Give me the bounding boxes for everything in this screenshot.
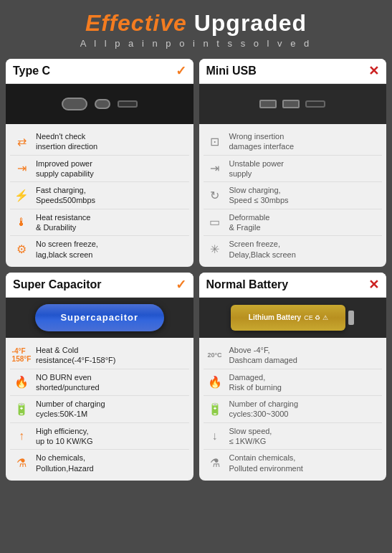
feature-text: Heat & Coldresistance(-4°F-158°F) — [36, 345, 116, 366]
feature-item: ⚙ No screen freeze,lag,black screen — [10, 236, 189, 263]
feature-text: Number of chargingcycles:50K-1M — [36, 399, 105, 420]
feature-item: ✳ Screen freeze,Delay,Black screen — [204, 236, 383, 263]
battery-symbols: CE ♻ ⚠ — [304, 314, 328, 321]
charge-cycles-icon: 🔋 — [11, 399, 32, 419]
power-icon: ⇥ — [11, 159, 32, 179]
no-burn-icon: 🔥 — [11, 372, 32, 392]
battery-label: Lithium Battery — [249, 313, 301, 321]
capacitor-body: Supercapacitor — [35, 304, 164, 331]
feature-item: 🌡 Heat resistance& Durability — [10, 209, 189, 237]
cold-heat-icon: -4°F158°F — [11, 345, 32, 365]
mini-usb-port-icon — [259, 100, 277, 108]
feature-text: Deformable& Fragile — [229, 212, 270, 233]
capacitor-image: Supercapacitor — [6, 298, 193, 338]
feature-text: Unstable powersupply — [229, 159, 284, 179]
type-c-card: Type C ✓ ⇄ Needn't checkinsertion direct… — [6, 59, 193, 267]
temp-damage-icon: 20°C — [205, 345, 225, 365]
type-c-title: Type C — [13, 65, 50, 77]
mini-usb-port2-icon — [282, 100, 300, 108]
burn-risk-icon: 🔥 — [205, 372, 225, 392]
usb-slot2-icon — [305, 100, 325, 108]
feature-item: ↑ High efficiency,up to 10 KW/KG — [10, 423, 189, 450]
normal-battery-title: Normal Battery — [206, 278, 289, 291]
usb-c-port-small-icon — [95, 99, 110, 109]
feature-text: Slow speed,≤ 1KW/KG — [229, 426, 272, 447]
feature-text: Above -4°F,Dashcam damaged — [229, 345, 297, 366]
fast-charge-icon: ⚡ — [11, 185, 32, 205]
usb-c-port-icon — [62, 98, 87, 110]
header: Effective Upgraded A l l p a i n p o i n… — [0, 0, 392, 53]
feature-text: High efficiency,up to 10 KW/KG — [36, 426, 92, 447]
wrong-insert-icon: ⊡ — [205, 131, 225, 151]
mini-usb-features: ⊡ Wrong insertiondamages interface ⇥ Uns… — [199, 124, 387, 267]
feature-text: Damaged,Risk of burning — [229, 372, 282, 393]
type-c-features: ⇄ Needn't checkinsertion direction ⇥ Imp… — [6, 124, 193, 267]
page-subtitle: A l l p a i n p o i n t s s o l v e d — [7, 38, 385, 49]
direction-icon: ⇄ — [11, 131, 32, 151]
normal-battery-features: 20°C Above -4°F,Dashcam damaged 🔥 Damage… — [199, 338, 387, 481]
main-grid: Type C ✓ ⇄ Needn't checkinsertion direct… — [0, 53, 392, 486]
normal-battery-header: Normal Battery ✕ — [199, 273, 387, 298]
slow-charge-icon: ↻ — [205, 185, 225, 205]
normal-battery-badge: ✕ — [368, 277, 379, 293]
mini-usb-title: Mini USB — [206, 65, 257, 77]
feature-text: Fast charging,Speed≤500mbps — [36, 185, 95, 206]
feature-text: Screen freeze,Delay,Black screen — [229, 239, 296, 260]
heat-icon: 🌡 — [11, 212, 32, 232]
super-cap-header: Super Capacitor ✓ — [6, 273, 193, 298]
title-effective: Effective — [85, 10, 187, 36]
mini-usb-card: Mini USB ✕ ⊡ Wrong insertiondamages inte… — [199, 59, 387, 267]
feature-item: ⇥ Unstable powersupply — [204, 156, 383, 183]
feature-item: ⇥ Improved powersupply capability — [10, 156, 189, 183]
feature-item: ⇄ Needn't checkinsertion direction — [10, 128, 189, 156]
feature-item: 🔋 Number of chargingcycles:300~3000 — [204, 396, 383, 423]
feature-text: No screen freeze,lag,black screen — [36, 239, 98, 260]
page-title: Effective Upgraded — [7, 10, 385, 37]
super-cap-badge: ✓ — [176, 277, 186, 293]
super-cap-features: -4°F158°F Heat & Coldresistance(-4°F-158… — [6, 338, 193, 481]
usb-slot-icon — [118, 100, 138, 108]
chemicals-icon: ⚗ — [205, 453, 225, 473]
capacitor-label: Supercapacitor — [60, 312, 138, 323]
feature-item: 🔥 Damaged,Risk of burning — [204, 369, 383, 397]
feature-item: ▭ Deformable& Fragile — [204, 209, 383, 237]
battery-tip — [348, 311, 354, 325]
feature-item: 20°C Above -4°F,Dashcam damaged — [204, 342, 383, 369]
efficiency-icon: ↑ — [11, 426, 32, 446]
mini-usb-header: Mini USB ✕ — [199, 59, 387, 84]
feature-item: ⚗ Contain chemicals,Polluted environment — [204, 450, 383, 476]
normal-battery-card: Normal Battery ✕ Lithium Battery CE ♻ ⚠ … — [199, 273, 387, 481]
feature-item: ⚗ No chemicals,Pollution,Hazard — [10, 450, 189, 476]
feature-text: Heat resistance& Durability — [36, 212, 90, 233]
feature-text: Slow charging,Speed ≤ 30mbps — [229, 185, 289, 206]
deformable-icon: ▭ — [205, 212, 225, 232]
feature-item: ⊡ Wrong insertiondamages interface — [204, 128, 383, 156]
feature-text: NO BURN evenshorted/punctured — [36, 372, 100, 393]
feature-item: ↻ Slow charging,Speed ≤ 30mbps — [204, 182, 383, 209]
feature-item: 🔥 NO BURN evenshorted/punctured — [10, 369, 189, 397]
super-cap-title: Super Capacitor — [13, 278, 102, 291]
super-cap-card: Super Capacitor ✓ Supercapacitor -4°F158… — [6, 273, 193, 481]
feature-item: ↓ Slow speed,≤ 1KW/KG — [204, 423, 383, 450]
slow-speed-icon: ↓ — [205, 426, 225, 446]
feature-text: No chemicals,Pollution,Hazard — [36, 453, 94, 473]
feature-item: ⚡ Fast charging,Speed≤500mbps — [10, 182, 189, 209]
battery-body: Lithium Battery CE ♻ ⚠ — [231, 305, 345, 331]
feature-item: -4°F158°F Heat & Coldresistance(-4°F-158… — [10, 342, 189, 369]
feature-text: Needn't checkinsertion direction — [36, 131, 97, 152]
feature-text: Contain chemicals,Polluted environment — [229, 453, 303, 473]
no-chemicals-icon: ⚗ — [11, 453, 32, 473]
title-upgraded: Upgraded — [187, 10, 307, 36]
feature-item: 🔋 Number of chargingcycles:50K-1M — [10, 396, 189, 423]
feature-text: Improved powersupply capability — [36, 159, 94, 179]
unstable-power-icon: ⇥ — [205, 159, 225, 179]
type-c-header: Type C ✓ — [6, 59, 193, 84]
no-freeze-icon: ⚙ — [11, 239, 32, 259]
freeze-icon: ✳ — [205, 239, 225, 259]
feature-text: Number of chargingcycles:300~3000 — [229, 399, 299, 420]
type-c-image — [6, 84, 193, 124]
feature-text: Wrong insertiondamages interface — [229, 131, 295, 152]
type-c-badge: ✓ — [176, 63, 186, 79]
battery-image: Lithium Battery CE ♻ ⚠ — [199, 298, 387, 338]
mini-usb-badge: ✕ — [368, 63, 379, 79]
